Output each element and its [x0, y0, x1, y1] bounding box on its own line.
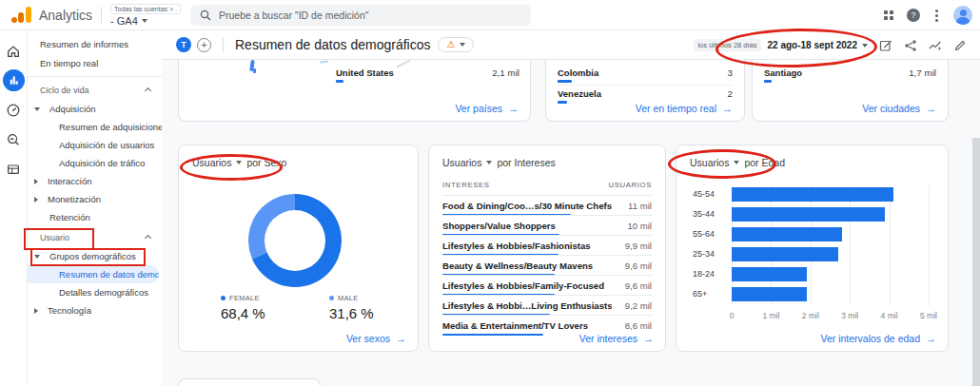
list-row-united-states: United States2,1 mil [336, 65, 519, 85]
search-bar[interactable] [190, 5, 531, 26]
sidebar-item-retención[interactable]: Retención [28, 208, 162, 226]
interest-value: 8,6 mil [625, 320, 652, 331]
interest-row-shoppers-value-shoppers: Shoppers/Value Shoppers10 mil [442, 215, 652, 235]
sidebar-item-monetización[interactable]: Monetización [28, 190, 162, 208]
view-genders-link[interactable]: Ver sexos [346, 333, 406, 344]
user-avatar[interactable] [953, 6, 972, 25]
row-value: 2 [728, 88, 733, 99]
sidebar-item-resumen-de-datos-demogr[interactable]: Resumen de datos demogr… [28, 265, 159, 283]
chevron-down-icon [236, 161, 242, 164]
sidebar-item-detalles-demográficos[interactable]: Detalles demográficos [28, 283, 162, 301]
sidebar-item-grupos-demográficos[interactable]: Grupos demográficos [28, 247, 162, 265]
metric-selector[interactable]: Usuarios [690, 157, 729, 168]
google-analytics-icon [11, 7, 31, 23]
sidebar-item-label: Interacción [48, 176, 91, 186]
edit-report-icon[interactable] [953, 39, 967, 52]
chevron-down-icon [460, 43, 465, 47]
row-mini-bar [558, 80, 572, 83]
legend-female: FEMALE 68,4 % [221, 294, 265, 321]
view-age-link[interactable]: Ver intervalos de edad [821, 333, 937, 344]
add-comparison-button[interactable] [197, 38, 211, 52]
interest-row-lifestyles-hobbi-living-enthusiasts: Lifestyles & Hobbi…Living Enthusiasts9,2… [442, 295, 652, 315]
age-card-title[interactable]: Usuarios por Edad [690, 157, 785, 168]
date-range-picker[interactable]: los últimos 28 días 22 ago-18 sept 2022 [694, 30, 868, 60]
sidebar-item-label: Resumen de informes [40, 39, 128, 49]
help-icon[interactable] [907, 9, 920, 22]
interests-table-header: INTERESES USUARIOS [442, 176, 652, 195]
sidebar-item-label: Adquisición de usuarios [59, 140, 154, 150]
dimension-label: por Sexo [246, 157, 286, 168]
list-row-santiago: Santiago1,7 mil [764, 65, 936, 85]
interest-row-beauty-wellness-beauty-mavens: Beauty & Wellness/Beauty Mavens9,6 mil [442, 255, 652, 275]
interests-table: INTERESES USUARIOS Food & Dining/Coo…s/3… [442, 176, 652, 335]
sidebar-item-label: Adquisición de tráfico [59, 158, 145, 168]
interest-bar [442, 334, 543, 337]
x-axis-tick: 1 mil [762, 311, 779, 320]
interest-label: Media & Entertainment/TV Lovers [442, 320, 588, 331]
library-icon[interactable] [3, 158, 25, 180]
analytics-logo[interactable]: Analytics [11, 7, 92, 23]
search-input[interactable] [219, 10, 521, 21]
interests-card: Usuarios por Intereses INTERESES USUARIO… [428, 145, 666, 352]
gender-card: Usuarios por Sexo FEMALE 68,4 % MALE 31,… [178, 145, 419, 352]
reports-icon[interactable] [3, 69, 25, 91]
age-category-label: 55-64 [693, 229, 729, 239]
account-path: Todas las cuentas > . [110, 4, 181, 14]
metric-selector[interactable]: Usuarios [192, 157, 231, 168]
insights-icon[interactable] [929, 39, 942, 52]
view-interests-link[interactable]: Ver intereses [579, 333, 654, 344]
sidebar-item-label: Resumen de datos demogr… [59, 269, 159, 280]
interests-card-title[interactable]: Usuarios por Intereses [442, 157, 556, 168]
row-mini-bar [336, 80, 343, 83]
row-value: 1,7 mil [909, 68, 936, 78]
top-bar: Analytics Todas las cuentas > . - GA4 [0, 0, 980, 30]
view-realtime-link[interactable]: Ver en tiempo real [636, 103, 733, 114]
sidebar-item-tecnología[interactable]: Tecnología [28, 301, 162, 319]
sidebar-item-label: Detalles demográficos [59, 287, 148, 298]
age-bar-18-24 [732, 267, 807, 281]
x-axis-tick: 5 mil [920, 311, 937, 320]
sidebar-item-usuario[interactable]: Usuario [28, 228, 162, 247]
data-warning-dropdown[interactable] [438, 37, 474, 52]
sidebar-item-adquisición[interactable]: Adquisición [28, 100, 162, 118]
collaborator-badge[interactable]: T [176, 37, 191, 52]
interest-value: 9,6 mil [625, 261, 652, 271]
realtime-card: Colombia3Venezuela2 Ver en tiempo real [545, 60, 745, 122]
gender-card-title[interactable]: Usuarios por Sexo [192, 157, 286, 168]
advertising-icon[interactable] [3, 128, 25, 150]
sidebar-item-label: Resumen de adquisiciones [59, 122, 162, 132]
sidebar-item-adquisición-de-usuarios[interactable]: Adquisición de usuarios [28, 136, 162, 154]
chevron-up-icon [145, 234, 151, 241]
home-icon[interactable] [3, 40, 25, 62]
sidebar-item-resumen-de-informes[interactable]: Resumen de informes [28, 34, 162, 53]
divider [223, 37, 224, 52]
more-options-icon[interactable] [933, 8, 940, 24]
property-name: - GA4 [110, 15, 138, 27]
chevron-down-icon [486, 161, 492, 164]
view-cities-link[interactable]: Ver ciudades [862, 103, 936, 114]
sidebar-item-ciclo-de-vida[interactable]: Ciclo de vida [28, 81, 162, 100]
sidebar-item-adquisición-de-tráfico[interactable]: Adquisición de tráfico [28, 154, 162, 172]
view-countries-link[interactable]: Ver países [455, 103, 519, 114]
sidebar-item-resumen-de-adquisiciones[interactable]: Resumen de adquisiciones [28, 118, 162, 136]
x-axis-tick: 3 mil [841, 311, 858, 320]
metric-selector[interactable]: Usuarios [442, 157, 481, 168]
age-category-label: 25-34 [693, 249, 729, 259]
chevron-up-icon [145, 87, 151, 93]
chevron-expanded-icon [34, 107, 40, 111]
apps-grid-icon[interactable] [884, 10, 893, 20]
gridline [811, 185, 812, 305]
share-icon[interactable] [904, 39, 917, 52]
sidebar-item-en-tiempo-real[interactable]: En tiempo real [28, 53, 162, 72]
account-switcher[interactable]: Todas las cuentas > . - GA4 [110, 0, 181, 30]
vertical-scrollbar[interactable] [972, 138, 980, 386]
age-category-label: 18-24 [693, 269, 729, 279]
sidebar-item-interacción[interactable]: Interacción [28, 172, 162, 190]
sidebar-item-label: Ciclo de vida [40, 86, 89, 95]
explore-icon[interactable] [3, 99, 25, 121]
interest-label: Lifestyles & Hobbi…Living Enthusiasts [442, 300, 612, 311]
edit-comparison-icon[interactable] [879, 39, 892, 52]
row-label: Colombia [558, 68, 598, 78]
dimension-label: por Edad [744, 157, 785, 168]
cities-list: Santiago1,7 mil [764, 65, 936, 85]
